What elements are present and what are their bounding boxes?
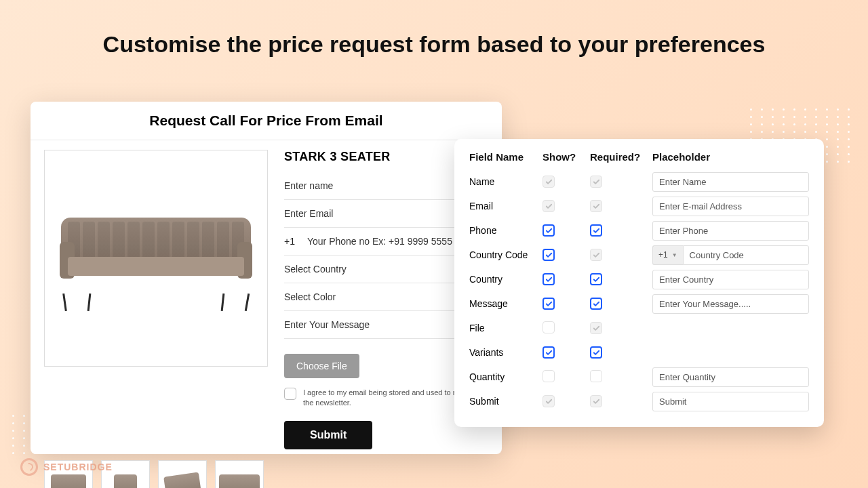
submit-button[interactable]: Submit [284, 421, 372, 449]
placeholder-input[interactable] [683, 245, 809, 265]
phone-code: +1 [284, 236, 295, 247]
col-field-name: Field Name [469, 151, 542, 163]
checkbox[interactable] [542, 346, 555, 359]
name-field[interactable]: Enter name [284, 172, 483, 200]
placeholder-input[interactable] [652, 197, 809, 216]
config-row: Message [469, 291, 809, 316]
config-row: File [469, 316, 809, 340]
checkbox[interactable] [590, 346, 602, 359]
consent-checkbox[interactable] [284, 388, 296, 400]
col-placeholder: Placeholder [652, 151, 809, 163]
checkbox[interactable] [590, 249, 602, 261]
checkbox[interactable] [590, 395, 602, 407]
checkbox[interactable] [590, 298, 602, 310]
field-label: Phone [469, 225, 542, 236]
field-label: Name [469, 176, 542, 187]
field-label: Quantity [469, 371, 542, 382]
config-row: Email [469, 194, 809, 218]
config-row: Country [469, 267, 809, 291]
choose-file-button[interactable]: Choose File [284, 354, 359, 378]
field-label: Country [469, 274, 542, 285]
config-row: Variants [469, 340, 809, 365]
country-field[interactable]: Select Country [284, 256, 483, 283]
field-label: Country Code [469, 249, 542, 260]
config-row: Country Code+1▼ [469, 243, 809, 267]
brand-logo: SETUBRIDGE [20, 458, 113, 476]
placeholder-input[interactable] [652, 221, 809, 241]
placeholder-input[interactable] [652, 367, 809, 387]
checkbox[interactable] [590, 273, 602, 285]
checkbox[interactable] [542, 395, 555, 407]
checkbox[interactable] [542, 273, 555, 285]
checkbox[interactable] [590, 200, 602, 212]
checkbox[interactable] [542, 200, 555, 212]
checkbox[interactable] [542, 224, 555, 237]
placeholder-input[interactable] [652, 392, 809, 411]
phone-placeholder-text: Your Phone no Ex: +91 9999 5555 [307, 236, 452, 247]
config-row: Quantity [469, 365, 809, 389]
form-title: Request Call For Price From Email [31, 102, 502, 140]
placeholder-input[interactable] [652, 172, 809, 192]
field-label: Email [469, 201, 542, 211]
thumbnail[interactable] [158, 460, 207, 488]
checkbox[interactable] [542, 298, 555, 310]
checkbox[interactable] [542, 370, 555, 382]
logo-icon [20, 458, 38, 476]
phone-field[interactable]: +1 Your Phone no Ex: +91 9999 5555 [284, 228, 483, 256]
product-image [44, 150, 268, 367]
col-show: Show? [542, 151, 590, 163]
checkbox[interactable] [542, 176, 555, 188]
checkbox[interactable] [590, 224, 602, 237]
message-field[interactable]: Enter Your Message [284, 311, 483, 339]
config-card: Field Name Show? Required? Placeholder N… [454, 139, 824, 427]
country-code-prefix[interactable]: +1▼ [652, 245, 683, 265]
logo-text: SETUBRIDGE [43, 462, 113, 472]
email-field[interactable]: Enter Email [284, 200, 483, 228]
col-required: Required? [590, 151, 652, 163]
field-label: Variants [469, 347, 542, 358]
placeholder-input[interactable] [652, 270, 809, 289]
field-label: Message [469, 298, 542, 309]
color-field[interactable]: Select Color [284, 283, 483, 311]
config-row: Submit [469, 389, 809, 413]
config-row: Name [469, 169, 809, 194]
thumbnail[interactable] [215, 460, 264, 488]
checkbox[interactable] [542, 321, 555, 333]
request-form-card: Request Call For Price From Email STARK … [31, 102, 502, 454]
checkbox[interactable] [590, 370, 602, 382]
field-label: Submit [469, 396, 542, 407]
product-title: STARK 3 SEATER [284, 150, 483, 164]
checkbox[interactable] [590, 176, 602, 188]
config-row: Phone [469, 218, 809, 243]
page-heading: Customise the price request form based t… [0, 0, 868, 58]
checkbox[interactable] [590, 322, 602, 334]
checkbox[interactable] [542, 249, 555, 261]
placeholder-input[interactable] [652, 294, 809, 314]
field-label: File [469, 323, 542, 333]
